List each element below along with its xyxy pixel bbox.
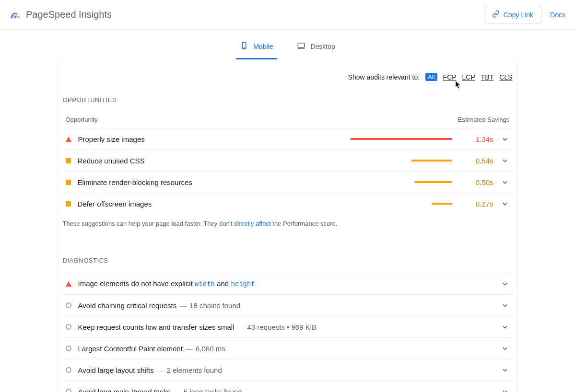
code-width: width (195, 280, 215, 288)
mobile-icon (240, 41, 248, 51)
circle-icon (66, 346, 71, 351)
opportunity-title: Defer offscreen images (78, 200, 343, 208)
triangle-icon (66, 137, 71, 142)
savings-bar (350, 160, 452, 161)
chevron-down-icon[interactable] (500, 322, 510, 332)
copy-link-label: Copy Link (504, 11, 533, 19)
opportunities-heading: OPPORTUNITIES (63, 91, 513, 107)
cursor-icon (455, 81, 462, 89)
header-actions: Copy Link Docs (484, 6, 565, 23)
diagnostic-row[interactable]: Avoid large layout shifts—2 elements fou… (63, 359, 513, 380)
header: PageSpeed Insights Copy Link Docs (0, 0, 575, 30)
tab-mobile-label: Mobile (253, 43, 273, 50)
opportunity-title: Properly size images (78, 135, 343, 143)
opportunities-columns: Opportunity Estimated Savings (63, 107, 513, 128)
filter-tbt[interactable]: TBT (481, 73, 493, 81)
diagnostic-title: Largest Contentful Paint element—6,060 m… (78, 345, 493, 353)
diagnostics-heading: DIAGNOSTICS (63, 251, 513, 268)
diagnostic-title: Avoid chaining critical requests—18 chai… (78, 301, 493, 310)
square-icon (66, 180, 71, 185)
filter-label: Show audits relevant to: (348, 73, 420, 81)
chevron-down-icon[interactable] (500, 177, 510, 187)
copy-link-button[interactable]: Copy Link (484, 6, 541, 23)
chevron-down-icon[interactable] (500, 300, 510, 310)
pagespeed-logo-icon (10, 9, 21, 21)
chevron-down-icon[interactable] (500, 387, 510, 392)
audit-filter-row: Show audits relevant to: All FCP LCP TBT… (63, 59, 513, 91)
diagnostic-row[interactable]: Keep request counts low and transfer siz… (63, 316, 513, 337)
app-name: PageSpeed Insights (26, 9, 112, 20)
savings-value: 0.54s (469, 157, 493, 165)
col-savings: Estimated Savings (458, 116, 510, 123)
chevron-down-icon[interactable] (500, 199, 510, 208)
directly-affect-link[interactable]: directly affect (234, 220, 270, 227)
diagnostic-row[interactable]: Image elements do not have explicit widt… (63, 273, 513, 294)
col-opportunity: Opportunity (66, 116, 98, 123)
docs-link[interactable]: Docs (550, 11, 565, 19)
opportunity-title: Reduce unused CSS (78, 157, 343, 165)
square-icon (66, 201, 71, 207)
diagnostic-row[interactable]: Avoid long main-thread tasks—5 long task… (63, 380, 513, 392)
diagnostic-title: Avoid long main-thread tasks—5 long task… (78, 388, 493, 392)
svg-point-0 (14, 16, 16, 18)
savings-value: 0.50s (469, 178, 493, 186)
circle-icon (66, 367, 71, 373)
circle-icon (66, 302, 71, 308)
opportunity-row[interactable]: Properly size images 1.34s (63, 128, 513, 150)
tab-desktop-label: Desktop (310, 43, 335, 50)
savings-value: 0.27s (469, 200, 493, 208)
circle-icon (66, 389, 71, 392)
circle-icon (66, 324, 71, 330)
diagnostic-title: Keep request counts low and transfer siz… (78, 323, 493, 331)
savings-bar (350, 203, 452, 205)
report-container: Show audits relevant to: All FCP LCP TBT… (58, 59, 518, 392)
triangle-icon (66, 281, 71, 287)
savings-bar (350, 138, 452, 140)
link-icon (492, 10, 500, 19)
savings-value: 1.34s (469, 135, 493, 143)
opportunity-title: Eliminate render-blocking resources (78, 178, 343, 186)
filter-lcp[interactable]: LCP (462, 73, 475, 81)
diagnostic-row[interactable]: Largest Contentful Paint element—6,060 m… (63, 337, 513, 359)
filter-cls[interactable]: CLS (499, 73, 512, 81)
logo-area: PageSpeed Insights (10, 9, 112, 21)
tab-mobile[interactable]: Mobile (236, 37, 277, 59)
device-tabs: Mobile Desktop (0, 30, 575, 59)
filter-fcp[interactable]: FCP (443, 73, 457, 81)
opportunity-row[interactable]: Defer offscreen images 0.27s (63, 193, 513, 214)
chevron-down-icon[interactable] (500, 279, 510, 288)
diagnostic-row[interactable]: Avoid chaining critical requests—18 chai… (63, 294, 513, 316)
savings-bar (350, 181, 452, 183)
chevron-down-icon[interactable] (500, 134, 510, 144)
opportunities-footnote: These suggestions can help your page loa… (63, 214, 513, 242)
diagnostic-title: Image elements do not have explicit widt… (78, 279, 493, 288)
chevron-down-icon[interactable] (500, 365, 510, 375)
tab-desktop[interactable]: Desktop (293, 37, 339, 59)
desktop-icon (297, 41, 305, 51)
opportunity-row[interactable]: Eliminate render-blocking resources 0.50… (63, 171, 513, 193)
chevron-down-icon[interactable] (500, 344, 510, 353)
code-height: height (231, 280, 255, 288)
opportunity-row[interactable]: Reduce unused CSS 0.54s (63, 150, 513, 171)
diagnostic-title: Avoid large layout shifts—2 elements fou… (78, 366, 493, 374)
svg-rect-3 (298, 43, 305, 47)
filter-all[interactable]: All (425, 73, 437, 81)
chevron-down-icon[interactable] (500, 156, 510, 165)
square-icon (66, 158, 71, 163)
